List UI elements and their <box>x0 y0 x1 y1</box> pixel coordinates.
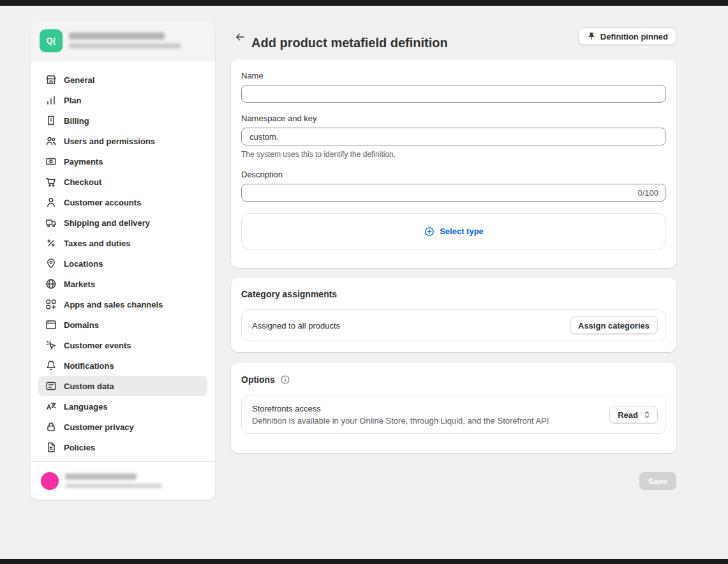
user-account-row[interactable] <box>31 461 215 500</box>
admin-bottom-bar <box>0 559 728 564</box>
sidebar-item-label: Apps and sales channels <box>64 300 163 309</box>
sidebar-item-customer-accounts[interactable]: Customer accounts <box>38 192 207 212</box>
sidebar-item-users-and-permissions[interactable]: Users and permissions <box>38 131 207 151</box>
store-identity <box>69 33 181 48</box>
settings-page: Q( General Plan Billing Users and permis <box>0 0 728 564</box>
cursor-click-icon <box>45 339 57 352</box>
definition-pinned-label: Definition pinned <box>600 32 668 41</box>
sidebar-item-label: Billing <box>64 116 89 126</box>
sidebar-item-domains[interactable]: Domains <box>38 315 207 335</box>
category-assignment-row: Assigned to all products Assign categori… <box>241 309 666 341</box>
options-card: Options Storefronts access Definition is… <box>231 362 676 453</box>
lock-icon <box>45 420 57 433</box>
sidebar-item-label: Users and permissions <box>64 137 155 146</box>
sidebar-item-label: Domains <box>64 320 99 330</box>
namespace-field-group: Namespace and key The system uses this t… <box>241 114 666 159</box>
select-type-button[interactable]: Select type <box>420 225 487 238</box>
category-assignments-title: Category assignments <box>241 289 666 299</box>
sidebar-item-label: Custom data <box>64 382 114 391</box>
sidebar-item-label: Plan <box>64 96 81 105</box>
sidebar-item-markets[interactable]: Markets <box>38 274 207 294</box>
assign-categories-button[interactable]: Assign categories <box>570 316 658 334</box>
truck-icon <box>45 216 57 229</box>
user-name-redacted <box>65 473 137 480</box>
document-icon <box>45 441 57 454</box>
sidebar-item-custom-data[interactable]: Custom data <box>38 376 207 396</box>
sidebar-item-label: Customer events <box>64 341 131 350</box>
sidebar-item-customer-privacy[interactable]: Customer privacy <box>38 417 207 437</box>
sidebar-item-label: Shipping and delivery <box>64 218 150 228</box>
description-label: Description <box>241 170 666 179</box>
sidebar-item-notifications[interactable]: Notifications <box>38 355 207 376</box>
sidebar-item-label: Policies <box>64 443 95 452</box>
page-title: Add product metafield definition <box>251 36 448 50</box>
apps-grid-icon <box>45 298 57 311</box>
storefronts-access-row: Storefronts access Definition is availab… <box>241 396 666 434</box>
save-button[interactable]: Save <box>639 472 676 490</box>
category-assignments-card: Category assignments Assigned to all pro… <box>231 278 676 352</box>
sidebar-item-billing[interactable]: Billing <box>38 110 207 131</box>
up-down-chevrons-icon <box>642 410 652 420</box>
sidebar-item-label: Notifications <box>64 361 114 371</box>
info-circle-icon[interactable] <box>279 374 291 385</box>
assign-categories-label: Assign categories <box>578 321 650 330</box>
select-type-box: Select type <box>241 213 666 249</box>
sidebar-item-checkout[interactable]: Checkout <box>38 172 207 192</box>
storefronts-access-text: Storefronts access Definition is availab… <box>252 404 549 426</box>
name-input[interactable] <box>241 85 666 103</box>
sidebar-item-apps-and-sales-channels[interactable]: Apps and sales channels <box>38 294 207 315</box>
browser-icon <box>45 318 57 331</box>
sidebar-item-label: Payments <box>64 157 103 167</box>
store-icon <box>45 73 57 86</box>
pushpin-icon <box>586 31 597 41</box>
user-email-redacted <box>65 484 162 488</box>
payments-icon <box>45 155 57 168</box>
back-button[interactable] <box>232 29 248 45</box>
name-label: Name <box>241 71 666 80</box>
namespace-label: Namespace and key <box>241 114 666 123</box>
sidebar-item-locations[interactable]: Locations <box>38 253 207 274</box>
sidebar-item-label: Languages <box>64 402 108 412</box>
sidebar-item-shipping-and-delivery[interactable]: Shipping and delivery <box>38 212 207 233</box>
select-type-label: Select type <box>440 226 484 236</box>
category-assignment-status: Assigned to all products <box>252 321 340 330</box>
person-icon <box>45 196 57 209</box>
storefronts-access-select[interactable]: Read <box>609 406 658 424</box>
arrow-left-icon <box>234 31 246 43</box>
definition-pinned-button[interactable]: Definition pinned <box>578 27 676 45</box>
sidebar-item-customer-events[interactable]: Customer events <box>38 335 207 355</box>
settings-sidebar: Q( General Plan Billing Users and permis <box>31 20 215 500</box>
percent-icon <box>45 237 57 249</box>
options-title: Options <box>241 375 275 385</box>
storefronts-access-label: Storefronts access <box>252 404 549 413</box>
store-name-redacted <box>69 33 165 40</box>
bell-icon <box>45 359 57 372</box>
cart-icon <box>45 175 57 188</box>
sidebar-item-general[interactable]: General <box>38 70 207 90</box>
store-url-redacted <box>69 43 181 48</box>
sidebar-item-label: Taxes and duties <box>64 239 131 248</box>
globe-icon <box>45 278 57 290</box>
location-pin-icon <box>45 257 57 270</box>
receipt-icon <box>45 114 57 127</box>
sidebar-item-label: Customer accounts <box>64 198 141 207</box>
sidebar-item-plan[interactable]: Plan <box>38 90 207 110</box>
plus-circle-icon <box>424 226 435 237</box>
chart-bars-icon <box>45 94 57 107</box>
storefronts-access-description: Definition is available in your Online S… <box>252 416 549 426</box>
user-identity <box>65 473 162 488</box>
sidebar-item-label: General <box>64 75 94 85</box>
sidebar-item-payments[interactable]: Payments <box>38 151 207 172</box>
store-avatar: Q( <box>40 29 63 52</box>
sidebar-item-label: Checkout <box>64 177 101 187</box>
sidebar-item-policies[interactable]: Policies <box>38 437 207 457</box>
users-icon <box>45 135 57 147</box>
store-header[interactable]: Q( <box>31 20 215 61</box>
user-avatar <box>41 472 59 490</box>
namespace-input[interactable] <box>241 128 666 145</box>
description-input[interactable] <box>241 184 666 202</box>
translate-icon <box>45 400 57 413</box>
sidebar-item-taxes-and-duties[interactable]: Taxes and duties <box>38 233 207 253</box>
sidebar-item-languages[interactable]: Languages <box>38 396 207 417</box>
namespace-help-text: The system uses this to identify the def… <box>241 150 666 159</box>
